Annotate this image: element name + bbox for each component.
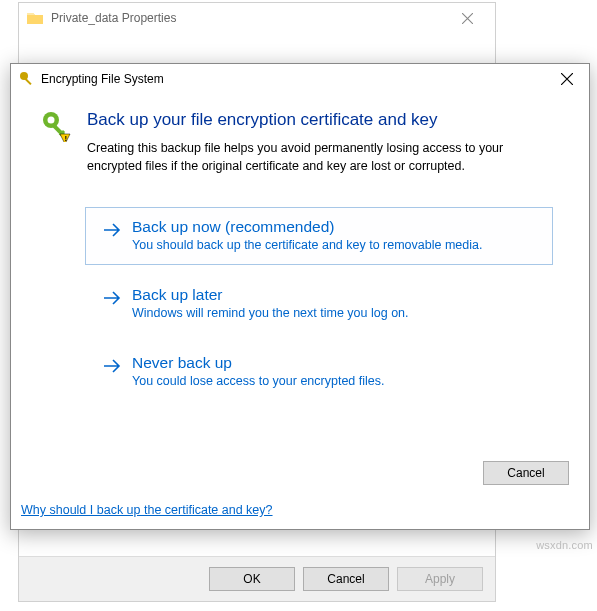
svg-point-3 xyxy=(48,117,55,124)
ok-button[interactable]: OK xyxy=(209,567,295,591)
arrow-right-icon xyxy=(102,288,122,308)
watermark: wsxdn.com xyxy=(536,539,593,551)
option-subtitle: You could lose access to your encrypted … xyxy=(132,374,538,388)
key-warning-icon: ! xyxy=(41,110,73,142)
option-title: Back up later xyxy=(132,286,538,304)
option-subtitle: You should back up the certificate and k… xyxy=(132,238,538,252)
efs-dialog: Encrypting File System ! Back up your fi… xyxy=(10,63,590,530)
properties-footer: OK Cancel Apply xyxy=(19,556,495,601)
svg-text:!: ! xyxy=(65,134,68,142)
properties-title: Private_data Properties xyxy=(51,11,447,25)
properties-tabs xyxy=(25,33,489,59)
properties-close-button[interactable] xyxy=(447,8,487,28)
efs-title: Encrypting File System xyxy=(41,72,544,86)
option-backup-now[interactable]: Back up now (recommended) You should bac… xyxy=(85,207,553,265)
help-link[interactable]: Why should I back up the certificate and… xyxy=(21,503,273,517)
efs-close-button[interactable] xyxy=(544,65,589,94)
cancel-button[interactable]: Cancel xyxy=(303,567,389,591)
efs-heading: Back up your file encryption certificate… xyxy=(87,110,559,130)
efs-body: ! Back up your file encryption certifica… xyxy=(11,94,589,419)
option-never-backup[interactable]: Never back up You could lose access to y… xyxy=(85,343,553,401)
arrow-right-icon xyxy=(102,356,122,376)
efs-key-small-icon xyxy=(19,71,35,87)
arrow-right-icon xyxy=(102,220,122,240)
apply-button[interactable]: Apply xyxy=(397,567,483,591)
efs-footer: Cancel xyxy=(483,461,569,485)
option-subtitle: Windows will remind you the next time yo… xyxy=(132,306,538,320)
efs-header-row: ! Back up your file encryption certifica… xyxy=(41,110,559,197)
option-backup-later[interactable]: Back up later Windows will remind you th… xyxy=(85,275,553,333)
efs-description: Creating this backup file helps you avoi… xyxy=(87,140,559,175)
efs-cancel-button[interactable]: Cancel xyxy=(483,461,569,485)
option-title: Back up now (recommended) xyxy=(132,218,538,236)
folder-icon xyxy=(27,11,43,25)
efs-titlebar: Encrypting File System xyxy=(11,64,589,94)
option-title: Never back up xyxy=(132,354,538,372)
svg-rect-1 xyxy=(25,78,32,85)
properties-titlebar: Private_data Properties xyxy=(19,3,495,33)
